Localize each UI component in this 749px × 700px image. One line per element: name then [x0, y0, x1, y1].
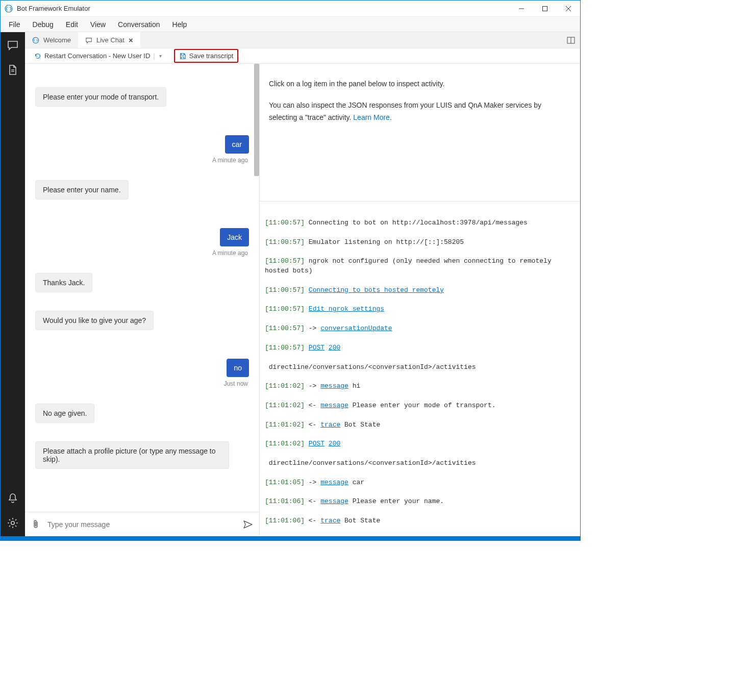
inspector-text-2: You can also inspect the JSON responses … [269, 99, 571, 124]
log-panel[interactable]: [11:00:57] Connecting to bot on http://l… [260, 202, 580, 536]
chat-scroll-area[interactable]: Please enter your mode of transport. car… [25, 64, 259, 512]
log-link[interactable]: message [320, 479, 348, 486]
log-line[interactable]: [11:00:57] Emulator listening on http://… [265, 238, 575, 247]
window-minimize-button[interactable] [510, 1, 533, 17]
log-link[interactable]: message [320, 402, 348, 409]
tabbar: Welcome Live Chat × [25, 32, 580, 48]
log-link[interactable]: trace [320, 517, 340, 524]
tab-welcome[interactable]: Welcome [25, 32, 78, 48]
inspector-text-1: Click on a log item in the panel below t… [269, 78, 571, 90]
log-link[interactable]: 200 [329, 344, 340, 352]
log-link[interactable]: Edit ngrok settings [309, 305, 384, 313]
log-line[interactable]: [11:01:02] <- trace Bot State [265, 420, 575, 430]
livechat-tab-icon [85, 37, 92, 44]
save-transcript-label: Save transcript [189, 52, 234, 60]
tab-welcome-label: Welcome [43, 36, 71, 44]
log-line[interactable]: directline/conversations/<conversationId… [265, 459, 575, 468]
window-title: Bot Framework Emulator [17, 5, 510, 12]
user-message[interactable]: Jack [35, 228, 249, 246]
tab-livechat[interactable]: Live Chat × [78, 32, 140, 48]
message-composer [25, 512, 259, 536]
log-line[interactable]: [11:00:57] POST 200 [265, 343, 575, 353]
chat-icon[interactable] [7, 39, 19, 52]
restart-conversation-button[interactable]: Restart Conversation - New User ID | ▾ [34, 52, 162, 60]
message-timestamp: Just now [35, 380, 249, 387]
conversation-toolbar: Restart Conversation - New User ID | ▾ S… [25, 48, 580, 64]
menu-view[interactable]: View [84, 18, 112, 31]
bot-message[interactable]: No age given. [35, 404, 249, 423]
bot-message[interactable]: Please enter your name. [35, 180, 249, 199]
message-timestamp: A minute ago [35, 249, 249, 257]
menu-help[interactable]: Help [166, 18, 193, 31]
chevron-down-icon[interactable]: ▾ [159, 53, 162, 59]
bot-message[interactable]: Please enter your mode of transport. [35, 87, 249, 107]
app-logo-icon [5, 5, 13, 13]
status-bar [1, 536, 580, 540]
gear-icon[interactable] [7, 517, 19, 529]
menu-file[interactable]: File [3, 18, 27, 31]
bot-message[interactable]: Please attach a profile picture (or type… [35, 441, 249, 469]
send-icon[interactable] [243, 520, 253, 529]
svg-point-7 [11, 521, 14, 524]
restart-icon [34, 53, 41, 60]
attach-icon[interactable] [31, 519, 40, 530]
chat-panel: Please enter your mode of transport. car… [25, 64, 260, 536]
window-close-button[interactable] [557, 1, 580, 17]
titlebar: Bot Framework Emulator [1, 1, 580, 17]
log-line[interactable]: [11:01:02] -> message hi [265, 382, 575, 391]
message-timestamp: A minute ago [35, 157, 249, 164]
bot-message[interactable]: Would you like to give your age? [35, 311, 249, 330]
log-link[interactable]: message [320, 382, 348, 390]
save-icon [179, 53, 186, 60]
log-link[interactable]: trace [320, 421, 340, 429]
menubar: File Debug Edit View Conversation Help [1, 17, 580, 32]
log-line[interactable]: [11:00:57] Connecting to bots hosted rem… [265, 286, 575, 295]
window-maximize-button[interactable] [533, 1, 557, 17]
menu-conversation[interactable]: Conversation [112, 18, 166, 31]
chat-scrollbar[interactable] [254, 64, 259, 512]
log-line[interactable]: [11:01:06] <- trace Bot State [265, 516, 575, 526]
svg-rect-2 [543, 6, 547, 11]
save-transcript-button[interactable]: Save transcript [174, 49, 239, 63]
log-link[interactable]: conversationUpdate [320, 324, 392, 332]
log-link[interactable]: message [320, 497, 348, 505]
bell-icon[interactable] [7, 492, 19, 505]
bot-message[interactable]: Thanks Jack. [35, 273, 249, 292]
log-line[interactable]: [11:00:57] -> conversationUpdate [265, 324, 575, 334]
menu-debug[interactable]: Debug [27, 18, 60, 31]
tab-livechat-label: Live Chat [96, 36, 124, 44]
log-line[interactable]: [11:01:06] <- message Please enter your … [265, 497, 575, 507]
user-message[interactable]: no [35, 359, 249, 377]
log-link[interactable]: Connecting to bots hosted remotely [309, 286, 444, 294]
log-link[interactable]: 200 [329, 440, 340, 447]
welcome-tab-icon [32, 37, 39, 44]
log-line[interactable]: [11:00:57] Connecting to bot on http://l… [265, 218, 575, 228]
restart-label: Restart Conversation - New User ID [44, 52, 150, 60]
log-line[interactable]: [11:00:57] ngrok not configured (only ne… [265, 257, 575, 276]
menu-edit[interactable]: Edit [60, 18, 84, 31]
document-icon[interactable] [7, 64, 19, 76]
left-rail [1, 32, 25, 536]
user-message[interactable]: car [35, 135, 249, 154]
log-link[interactable]: POST [309, 344, 324, 352]
log-line[interactable]: [11:01:02] <- message Please enter your … [265, 401, 575, 411]
log-line[interactable]: [11:01:05] -> message car [265, 478, 575, 488]
log-line[interactable]: directline/conversations/<conversationId… [265, 363, 575, 372]
log-link[interactable]: POST [309, 440, 324, 447]
learn-more-link[interactable]: Learn More. [353, 113, 391, 121]
inspector-panel: Click on a log item in the panel below t… [260, 64, 580, 202]
log-line[interactable]: [11:00:57] Edit ngrok settings [265, 305, 575, 314]
tab-close-button[interactable]: × [129, 36, 133, 44]
message-input[interactable] [47, 520, 236, 529]
log-line[interactable]: [11:01:02] POST 200 [265, 439, 575, 449]
split-panel-icon[interactable] [567, 36, 575, 44]
